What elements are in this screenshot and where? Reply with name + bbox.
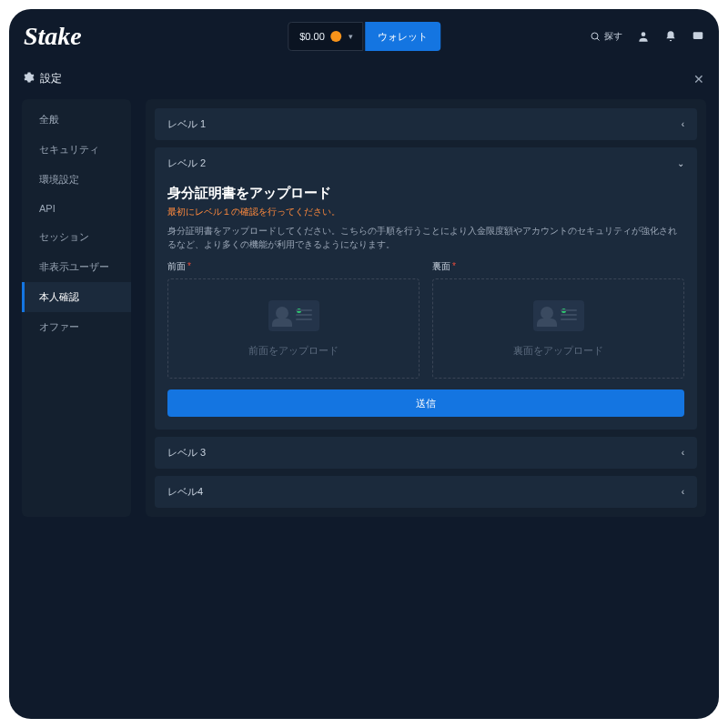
chevron-left-icon: ‹ xyxy=(682,119,684,129)
user-icon[interactable] xyxy=(637,30,650,43)
svg-rect-3 xyxy=(693,32,703,39)
app-window: Stake $0.00 ▾ ウォレット 探す 設定 ✕ xyxy=(9,9,719,719)
level-2-header[interactable]: レベル 2 ⌄ xyxy=(155,147,697,179)
chevron-down-icon: ▾ xyxy=(349,32,353,41)
gear-icon xyxy=(24,72,35,86)
search-icon xyxy=(590,31,601,42)
upload-back-box[interactable]: 裏面をアップロード xyxy=(432,278,684,379)
level-4-header[interactable]: レベル4 ‹ xyxy=(155,476,697,508)
balance-selector[interactable]: $0.00 ▾ xyxy=(288,22,363,51)
level-1-accordion: レベル 1 ‹ xyxy=(155,108,697,140)
svg-line-1 xyxy=(597,38,600,41)
upload-description: 身分証明書をアップロードしてください。こちらの手順を行うことにより入金限度額やア… xyxy=(167,224,684,251)
notifications-icon[interactable] xyxy=(664,30,677,43)
topbar: Stake $0.00 ▾ ウォレット 探す xyxy=(9,9,719,64)
submit-button[interactable]: 送信 xyxy=(167,389,684,417)
upload-warning: 最初にレベル１の確認を行ってください。 xyxy=(167,206,684,218)
chevron-down-icon: ⌄ xyxy=(677,158,684,168)
svg-point-0 xyxy=(592,33,598,39)
level-2-body: 身分証明書をアップロード 最初にレベル１の確認を行ってください。 身分証明書をア… xyxy=(155,179,697,430)
sidebar-item-identity[interactable]: 本人確認 xyxy=(22,282,131,312)
topbar-right: 探す xyxy=(590,30,704,43)
level-3-header[interactable]: レベル 3 ‹ xyxy=(155,437,697,469)
main-layout: 全般 セキュリティ 環境設定 API セッション 非表示ユーザー 本人確認 オフ… xyxy=(9,94,719,530)
level-4-accordion: レベル4 ‹ xyxy=(155,476,697,508)
sidebar-item-preferences[interactable]: 環境設定 xyxy=(22,165,131,195)
sidebar-item-api[interactable]: API xyxy=(22,195,131,222)
required-mark: * xyxy=(187,261,191,271)
chat-icon[interactable] xyxy=(692,30,704,43)
search-button[interactable]: 探す xyxy=(590,30,622,43)
id-card-back-icon xyxy=(533,300,584,331)
bitcoin-icon xyxy=(330,31,341,42)
upload-back-label: 裏面* xyxy=(432,260,684,273)
settings-title: 設定 xyxy=(40,71,62,86)
upload-title: 身分証明書をアップロード xyxy=(167,185,684,202)
sidebar-item-general[interactable]: 全般 xyxy=(22,105,131,135)
close-icon[interactable]: ✕ xyxy=(693,72,704,86)
level-2-label: レベル 2 xyxy=(167,157,206,170)
id-card-front-icon xyxy=(268,300,319,331)
settings-sidebar: 全般 セキュリティ 環境設定 API セッション 非表示ユーザー 本人確認 オフ… xyxy=(22,99,131,517)
sidebar-item-security[interactable]: セキュリティ xyxy=(22,135,131,165)
upload-row: 前面* 前面をアップロード xyxy=(167,260,684,379)
level-4-label: レベル4 xyxy=(167,485,203,499)
level-1-label: レベル 1 xyxy=(167,117,206,131)
wallet-button[interactable]: ウォレット xyxy=(365,22,440,51)
upload-front-col: 前面* 前面をアップロード xyxy=(167,260,420,379)
upload-front-button-text: 前面をアップロード xyxy=(248,344,339,358)
balance-amount: $0.00 xyxy=(299,31,325,42)
level-3-label: レベル 3 xyxy=(167,446,206,460)
sidebar-item-hidden-users[interactable]: 非表示ユーザー xyxy=(22,252,131,282)
upload-back-button-text: 裏面をアップロード xyxy=(513,344,603,358)
svg-point-2 xyxy=(642,32,646,36)
level-2-accordion: レベル 2 ⌄ 身分証明書をアップロード 最初にレベル１の確認を行ってください。… xyxy=(155,147,697,430)
sidebar-item-sessions[interactable]: セッション xyxy=(22,222,131,252)
upload-front-box[interactable]: 前面をアップロード xyxy=(167,278,420,379)
chevron-left-icon: ‹ xyxy=(682,448,684,458)
required-mark: * xyxy=(452,261,456,271)
chevron-left-icon: ‹ xyxy=(682,487,684,497)
level-3-accordion: レベル 3 ‹ xyxy=(155,437,697,469)
sidebar-item-offers[interactable]: オファー xyxy=(22,312,131,342)
upload-back-col: 裏面* 裏面をアップロード xyxy=(432,260,684,379)
settings-header: 設定 ✕ xyxy=(9,64,719,94)
topbar-center: $0.00 ▾ ウォレット xyxy=(288,22,440,51)
logo[interactable]: Stake xyxy=(24,22,82,51)
level-1-header[interactable]: レベル 1 ‹ xyxy=(155,108,697,140)
upload-front-label: 前面* xyxy=(167,260,420,273)
search-label: 探す xyxy=(604,30,622,43)
content-panel: レベル 1 ‹ レベル 2 ⌄ 身分証明書をアップロード 最初にレベル１の確認を… xyxy=(146,99,706,517)
